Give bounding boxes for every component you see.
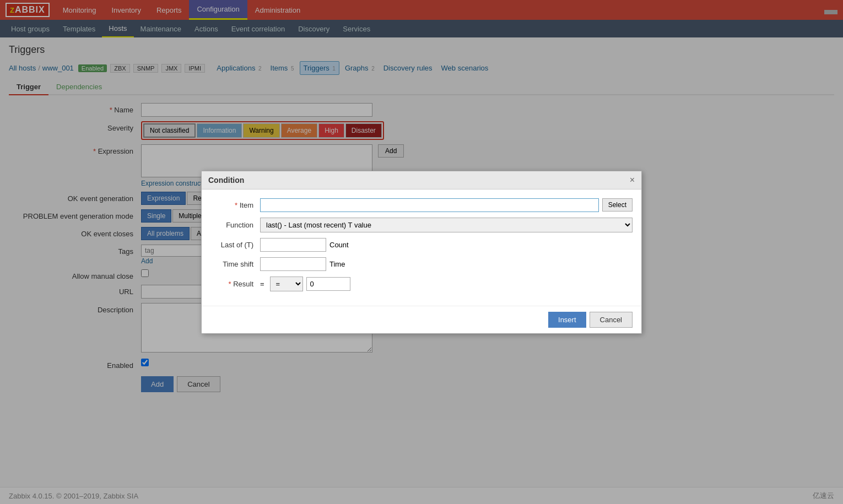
modal-function-label: Function xyxy=(210,221,260,229)
modal-last-label: Last of (T) xyxy=(210,241,260,249)
modal-select-button[interactable]: Select xyxy=(602,198,633,212)
modal-footer: Insert Cancel xyxy=(202,306,641,333)
modal-body: * Item Select Function last() - Last (mo… xyxy=(202,189,641,306)
modal-result-field: = = <> < <= > >= xyxy=(260,277,633,291)
modal-result-eq-label: = xyxy=(260,280,264,288)
modal-result-operator-select[interactable]: = <> < <= > >= xyxy=(270,277,303,291)
modal-function-row: Function last() - Last (most recent) T v… xyxy=(210,218,633,232)
modal-last-row: Last of (T) Count xyxy=(210,238,633,252)
modal-header: Condition × xyxy=(202,171,641,189)
modal-time-label: Time xyxy=(329,260,345,268)
modal-overlay[interactable]: Condition × * Item Select Function xyxy=(0,0,843,504)
modal-count-label: Count xyxy=(329,241,349,249)
modal-insert-button[interactable]: Insert xyxy=(548,312,586,328)
modal-last-field: Count xyxy=(260,238,633,252)
modal-result-label: * Result xyxy=(210,280,260,288)
modal-cancel-button[interactable]: Cancel xyxy=(590,312,633,328)
modal-timeshift-input[interactable] xyxy=(260,257,326,271)
modal-timeshift-row: Time shift Time xyxy=(210,257,633,271)
modal-timeshift-label: Time shift xyxy=(210,260,260,268)
modal-last-input[interactable] xyxy=(260,238,326,252)
modal-result-value-input[interactable] xyxy=(306,277,350,291)
modal-title: Condition xyxy=(208,176,244,185)
modal-item-field: Select xyxy=(260,198,633,212)
modal-timeshift-field: Time xyxy=(260,257,633,271)
modal-item-input[interactable] xyxy=(260,198,599,212)
condition-modal: Condition × * Item Select Function xyxy=(201,171,642,334)
modal-item-row: * Item Select xyxy=(210,198,633,212)
modal-function-select[interactable]: last() - Last (most recent) T value xyxy=(260,218,633,232)
modal-function-field: last() - Last (most recent) T value xyxy=(260,218,633,232)
modal-item-label: * Item xyxy=(210,201,260,209)
modal-result-row: * Result = = <> < <= > >= xyxy=(210,277,633,291)
modal-close-button[interactable]: × xyxy=(630,176,635,185)
